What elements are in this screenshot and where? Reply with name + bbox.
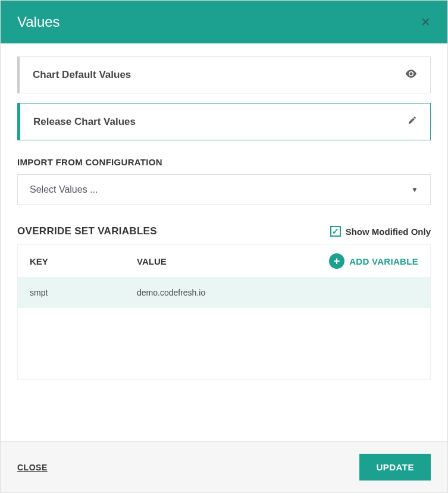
override-title: OVERRIDE SET VARIABLES <box>17 225 157 237</box>
checkbox-icon: ✓ <box>330 226 341 237</box>
variable-key: smpt <box>30 288 137 297</box>
table-row[interactable]: smpt demo.codefresh.io <box>18 277 430 308</box>
variable-value: demo.codefresh.io <box>137 288 418 297</box>
select-values-dropdown[interactable]: Select Values ... ▼ <box>17 174 431 205</box>
select-placeholder: Select Values ... <box>30 184 98 195</box>
close-button[interactable]: CLOSE <box>17 463 48 472</box>
panel-label: Chart Default Values <box>33 69 131 81</box>
override-header-row: OVERRIDE SET VARIABLES ✓ Show Modified O… <box>17 225 431 237</box>
value-column-header: VALUE <box>137 256 329 266</box>
chevron-down-icon: ▼ <box>411 186 418 194</box>
panel-chart-default-values[interactable]: Chart Default Values <box>17 56 431 93</box>
variables-table: KEY VALUE + ADD VARIABLE smpt demo.codef… <box>17 244 431 380</box>
eye-icon <box>405 69 417 81</box>
dialog-content: Chart Default Values Release Chart Value… <box>1 43 447 393</box>
pencil-icon <box>408 115 417 128</box>
add-variable-label: ADD VARIABLE <box>349 256 418 266</box>
panel-label: Release Chart Values <box>33 116 136 128</box>
table-empty-space <box>18 308 430 379</box>
dialog-title: Values <box>17 14 60 30</box>
key-column-header: KEY <box>30 256 137 266</box>
checkbox-label: Show Modified Only <box>346 227 431 237</box>
panel-release-chart-values[interactable]: Release Chart Values <box>17 103 431 140</box>
close-icon[interactable]: ✕ <box>421 15 431 29</box>
update-button[interactable]: UPDATE <box>359 454 431 481</box>
plus-icon: + <box>329 253 344 269</box>
dialog-header: Values ✕ <box>1 1 447 43</box>
dialog-footer: CLOSE UPDATE <box>1 441 447 492</box>
show-modified-checkbox[interactable]: ✓ Show Modified Only <box>330 226 431 237</box>
import-label: IMPORT FROM CONFIGURATION <box>17 157 431 167</box>
variables-table-header: KEY VALUE + ADD VARIABLE <box>18 245 430 277</box>
add-variable-button[interactable]: + ADD VARIABLE <box>329 253 418 269</box>
